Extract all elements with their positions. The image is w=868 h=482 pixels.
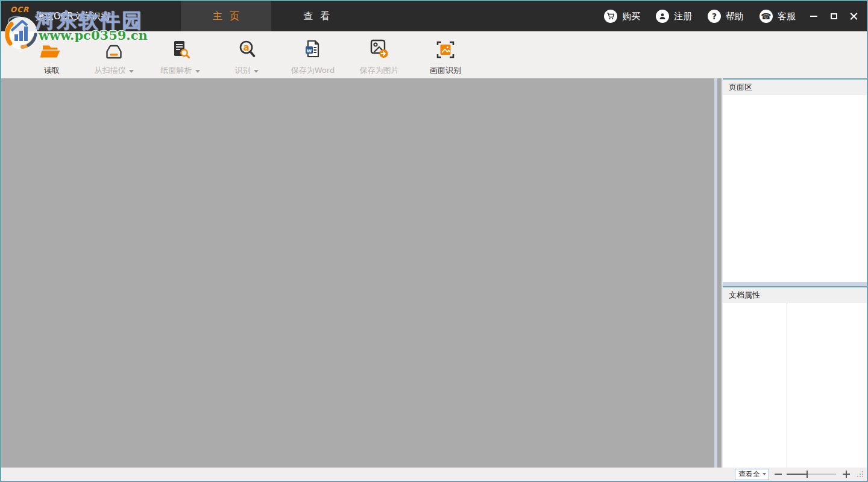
help-icon: ? bbox=[708, 10, 721, 23]
save-image-icon bbox=[366, 37, 392, 61]
maximize-icon bbox=[831, 13, 837, 19]
phone-icon: ☎ bbox=[760, 10, 773, 23]
support-label: 客服 bbox=[778, 11, 796, 22]
tab-view-label: 查看 bbox=[303, 10, 337, 23]
paper-analyze-button[interactable]: 纸面解析 bbox=[147, 37, 213, 76]
doc-props-panel-header: 文档属性 bbox=[723, 286, 867, 303]
zoom-slider-track-filled bbox=[787, 474, 807, 475]
save-image-button[interactable]: 保存为图片 bbox=[346, 37, 412, 76]
help-label: 帮助 bbox=[726, 11, 744, 22]
titlebar-actions: 购买 注册 ? 帮助 ☎ 客服 bbox=[604, 1, 796, 31]
minimize-button[interactable] bbox=[809, 11, 819, 21]
statusbar: 查看全 bbox=[1, 468, 867, 481]
zoom-slider[interactable] bbox=[787, 470, 836, 478]
minimize-icon bbox=[810, 16, 817, 17]
chevron-down-icon bbox=[763, 473, 766, 475]
page-area-panel-header: 页面区 bbox=[723, 78, 867, 95]
register-label: 注册 bbox=[674, 11, 692, 22]
splitter-grab-bar[interactable] bbox=[717, 78, 722, 468]
screen-recognize-icon bbox=[434, 37, 457, 61]
read-label: 读取 bbox=[44, 65, 60, 76]
close-button[interactable] bbox=[849, 11, 858, 21]
save-word-button[interactable]: w 保存为Word bbox=[280, 37, 346, 76]
register-button[interactable]: 注册 bbox=[656, 10, 692, 23]
ribbon-tabs: 主页 查看 bbox=[181, 1, 362, 31]
paper-analyze-icon bbox=[168, 37, 192, 61]
recognize-button[interactable]: a 识别 bbox=[213, 37, 280, 76]
window-title: 捷速OCR文字识别 bbox=[36, 1, 110, 31]
view-mode-value: 查看全 bbox=[738, 469, 760, 480]
doc-props-name-column bbox=[723, 303, 787, 468]
page-area-title: 页面区 bbox=[729, 83, 752, 92]
recognize-icon: a bbox=[234, 37, 259, 61]
maximize-button[interactable] bbox=[829, 11, 838, 21]
open-folder-icon bbox=[40, 37, 64, 61]
from-scanner-button[interactable]: 从扫描仪 bbox=[81, 37, 147, 76]
cart-icon bbox=[604, 10, 617, 23]
document-canvas[interactable] bbox=[1, 78, 714, 468]
app-logo-eye-icon bbox=[7, 16, 25, 29]
svg-text:w: w bbox=[307, 47, 312, 54]
save-word-icon: w bbox=[301, 37, 325, 61]
help-button[interactable]: ? 帮助 bbox=[708, 10, 744, 23]
titlebar: OCR 捷速OCR文字识别 主页 查看 购买 bbox=[1, 1, 867, 31]
zoom-in-button[interactable] bbox=[843, 471, 850, 478]
buy-button[interactable]: 购买 bbox=[604, 10, 640, 23]
save-word-label: 保存为Word bbox=[291, 65, 335, 76]
tab-home[interactable]: 主页 bbox=[181, 1, 271, 31]
doc-props-body bbox=[723, 303, 867, 468]
app-logo: OCR bbox=[10, 5, 29, 14]
screen-recognize-button[interactable]: 画面识别 bbox=[412, 37, 479, 76]
paper-analyze-label: 纸面解析 bbox=[161, 65, 192, 76]
ribbon-toolbar: 读取 从扫描仪 bbox=[1, 31, 867, 78]
dropdown-arrow-icon bbox=[195, 70, 200, 73]
support-button[interactable]: ☎ 客服 bbox=[760, 10, 796, 23]
close-icon bbox=[850, 13, 858, 20]
read-button[interactable]: 读取 bbox=[23, 37, 81, 76]
scanner-icon bbox=[102, 37, 126, 61]
doc-props-value-column bbox=[787, 303, 867, 468]
zoom-out-button[interactable] bbox=[775, 474, 782, 475]
resize-grip[interactable] bbox=[857, 471, 863, 477]
main-area: 页面区 文档属性 bbox=[1, 78, 867, 468]
screen-recognize-label: 画面识别 bbox=[430, 65, 461, 76]
dropdown-arrow-icon bbox=[254, 70, 259, 73]
svg-text:a: a bbox=[243, 42, 249, 53]
window-controls bbox=[809, 1, 858, 31]
view-mode-dropdown[interactable]: 查看全 bbox=[735, 469, 769, 480]
right-sidebar: 页面区 文档属性 bbox=[723, 78, 867, 468]
doc-props-title: 文档属性 bbox=[729, 290, 760, 299]
dropdown-arrow-icon bbox=[129, 70, 134, 73]
recognize-label: 识别 bbox=[235, 65, 251, 76]
horizontal-splitter[interactable] bbox=[723, 282, 867, 286]
app-window: OCR 捷速OCR文字识别 主页 查看 购买 bbox=[0, 0, 868, 482]
from-scanner-label: 从扫描仪 bbox=[95, 65, 126, 76]
buy-label: 购买 bbox=[622, 11, 640, 22]
zoom-slider-handle[interactable] bbox=[807, 471, 808, 478]
save-image-label: 保存为图片 bbox=[360, 65, 399, 76]
tab-view[interactable]: 查看 bbox=[271, 1, 362, 31]
tab-home-label: 主页 bbox=[213, 10, 247, 23]
page-area-list[interactable] bbox=[723, 95, 867, 282]
user-icon bbox=[656, 10, 669, 23]
